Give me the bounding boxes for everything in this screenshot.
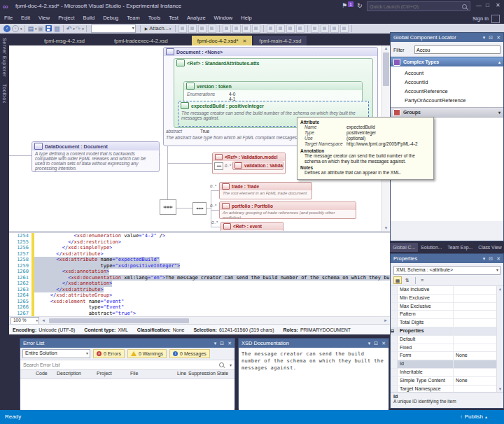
- search-dropdown-icon[interactable]: ▾: [227, 362, 234, 367]
- property-row[interactable]: Simple Type ContentNone: [391, 377, 503, 386]
- categorized-view-icon[interactable]: ▦: [393, 276, 402, 284]
- menu-item-debug[interactable]: Debug: [99, 13, 122, 24]
- collapse-icon[interactable]: ▴: [498, 59, 500, 64]
- doc-tab[interactable]: fpml-tradeexec-4-2.xsd: [108, 36, 174, 45]
- column-header-description[interactable]: Description: [57, 371, 81, 376]
- code-line[interactable]: 1262 </xsd:annotation>: [9, 281, 390, 287]
- scrollbar-track[interactable]: [48, 318, 382, 324]
- column-header-file[interactable]: File: [130, 371, 138, 376]
- property-row[interactable]: Pattern: [391, 311, 503, 319]
- complex-type-item[interactable]: Account: [391, 69, 503, 78]
- close-icon[interactable]: ✕: [496, 254, 500, 263]
- column-header-suppression-state[interactable]: Suppression State: [188, 371, 228, 376]
- window-position-icon[interactable]: ▾: [214, 339, 217, 348]
- minimize-button[interactable]: —: [476, 2, 482, 8]
- code-line[interactable]: 1261 <xsd:documentation xml:lang="en">Th…: [9, 275, 390, 281]
- error-list-column-headers[interactable]: CodeDescriptionProjectFileLineSuppressio…: [20, 370, 234, 379]
- properties-title-bar[interactable]: Properties ▾ ⊡ ✕: [391, 254, 503, 263]
- property-row[interactable]: Total Digits: [391, 319, 503, 327]
- editor-zoom-combo[interactable]: 100 %: [10, 317, 39, 325]
- selected-object-dropdown[interactable]: XML Schema : <attribute>: [393, 266, 500, 275]
- code-line[interactable]: 1254 <xsd:enumeration value="4-2" />: [9, 233, 390, 239]
- attach-button[interactable]: ▶ Attach... ▾: [143, 25, 174, 31]
- configuration-combo[interactable]: [91, 24, 136, 33]
- code-line[interactable]: 1263 </xsd:attribute>: [9, 287, 390, 293]
- open-file-icon[interactable]: ▣: [38, 24, 44, 33]
- notifications-flag-icon[interactable]: ⚑: [342, 2, 347, 9]
- scroll-up-icon[interactable]: ▲: [382, 46, 390, 50]
- scroll-right-icon[interactable]: ►: [382, 318, 390, 323]
- navigate-forward-icon[interactable]: ›: [12, 25, 19, 32]
- alphabetical-sort-icon[interactable]: ⇅: [403, 276, 412, 284]
- doc-tab[interactable]: fpml-main-4-2.xsd: [253, 36, 307, 45]
- redo-icon[interactable]: ↷: [76, 24, 81, 33]
- menu-item-window[interactable]: Window: [210, 13, 237, 24]
- error-search-input[interactable]: [20, 362, 219, 367]
- scroll-down-icon[interactable]: ▼: [497, 387, 503, 391]
- nav-dropdown-icon[interactable]: ▾: [20, 27, 22, 31]
- code-line[interactable]: 1267 abstract="true">: [9, 311, 390, 317]
- redo-dropdown-icon[interactable]: ▾: [82, 27, 84, 31]
- code-line[interactable]: 1264 </xsd:attributeGroup>: [9, 292, 390, 299]
- error-list-title-bar[interactable]: Error List ▾ ⊡ ✕: [20, 339, 234, 348]
- menu-item-project[interactable]: Project: [54, 13, 78, 24]
- error-list-search[interactable]: ▾: [20, 360, 234, 370]
- scroll-up-icon[interactable]: ▲: [497, 287, 503, 291]
- node-validation-model[interactable]: <Ref> : Validation.model 0..* validation…: [212, 153, 286, 174]
- locator-title-bar[interactable]: Global Component Locator ▾ ⊡ ✕: [391, 33, 503, 42]
- quick-launch-input[interactable]: [368, 4, 462, 9]
- editor-horizontal-scrollbar[interactable]: 100 % ◄ ►: [9, 316, 390, 324]
- scroll-left-icon[interactable]: ◄: [39, 318, 48, 323]
- property-row[interactable]: ⊟Properties: [391, 327, 503, 336]
- sync-icon[interactable]: ↻: [357, 2, 363, 9]
- code-line[interactable]: 1265 <xsd:element name="event": [9, 299, 390, 305]
- error-scope-dropdown[interactable]: Entire Solution: [22, 349, 90, 358]
- close-icon[interactable]: ✕: [227, 339, 232, 348]
- complex-type-item[interactable]: AccountId: [391, 78, 503, 87]
- doc-tab[interactable]: fpml-msg-4-2.xsd: [38, 36, 90, 45]
- code-line[interactable]: 1266 type="Event": [9, 304, 390, 311]
- sequence-icon[interactable]: [160, 199, 176, 215]
- window-position-icon[interactable]: ▾: [483, 33, 486, 42]
- side-tab-toolbox[interactable]: Toolbox: [2, 84, 7, 104]
- node-data-document[interactable]: DataDocument : Document A type defining …: [31, 141, 160, 172]
- property-row[interactable]: Default: [391, 336, 503, 344]
- code-line[interactable]: 1255 </xsd:restriction>: [9, 239, 390, 246]
- property-row[interactable]: Id: [391, 360, 503, 369]
- scrollbar-thumb[interactable]: [383, 52, 389, 86]
- new-file-icon[interactable]: ▤: [28, 24, 34, 33]
- scrollbar-thumb[interactable]: [49, 318, 189, 323]
- close-tab-icon[interactable]: ✕: [242, 38, 246, 43]
- undo-dropdown-icon[interactable]: ▾: [73, 27, 75, 31]
- window-position-icon[interactable]: ▾: [368, 339, 371, 348]
- quick-launch[interactable]: [367, 1, 470, 11]
- pin-icon[interactable]: ⊡: [220, 339, 224, 348]
- menu-item-file[interactable]: File: [0, 13, 17, 24]
- property-row[interactable]: Max Inclusive: [391, 286, 503, 295]
- property-row[interactable]: FormNone: [391, 352, 503, 360]
- node-validation[interactable]: validation : Validation: [232, 162, 284, 170]
- user-avatar[interactable]: [491, 15, 500, 23]
- code-line[interactable]: 1256 </xsd:simpleType>: [9, 245, 390, 251]
- menu-item-edit[interactable]: Edit: [17, 13, 34, 24]
- error-list-body[interactable]: [20, 379, 234, 410]
- save-all-icon[interactable]: ▥: [54, 24, 60, 33]
- publish-button[interactable]: ↑Publish▴: [460, 414, 487, 420]
- property-row[interactable]: Min Exclusive: [391, 295, 503, 303]
- menu-item-analyze[interactable]: Analyze: [183, 13, 210, 24]
- menu-item-team[interactable]: Team: [122, 13, 144, 24]
- doc-tab[interactable]: fpml-doc-4-2.xsd*✕: [192, 36, 253, 45]
- side-tab-server-explorer[interactable]: Server Explorer: [2, 38, 7, 77]
- warnings-filter-button[interactable]: 0 Warnings: [127, 349, 167, 358]
- code-line[interactable]: 1258 <xsd:attribute name="expectedBuild": [9, 257, 390, 263]
- menu-item-tools[interactable]: Tools: [144, 13, 165, 24]
- filter-input[interactable]: [414, 45, 500, 54]
- xml-code-editor[interactable]: 1254 <xsd:enumeration value="4-2" />1255…: [9, 233, 390, 316]
- property-row[interactable]: Max Exclusive: [391, 303, 503, 311]
- property-grid-scrollbar[interactable]: ▲ ▼: [496, 286, 503, 392]
- tool-tab-solution-[interactable]: Solution...: [418, 243, 444, 252]
- code-line[interactable]: 1260 <xsd:annotation>: [9, 269, 390, 275]
- pin-icon[interactable]: ⊡: [489, 254, 493, 263]
- messages-filter-button[interactable]: i 0 Messages: [169, 349, 210, 358]
- menu-item-test[interactable]: Test: [164, 13, 183, 24]
